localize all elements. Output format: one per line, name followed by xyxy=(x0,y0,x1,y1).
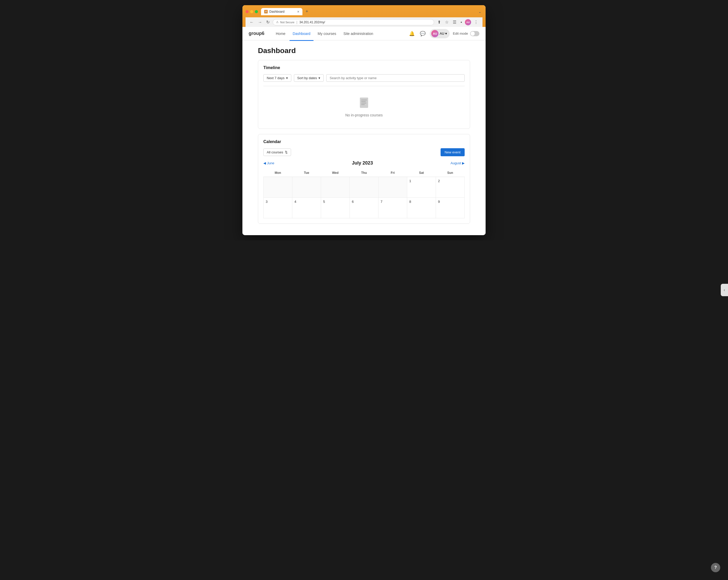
calendar-day-0-6[interactable]: 2 xyxy=(436,177,465,197)
user-menu[interactable]: AU AU ▾ xyxy=(430,29,450,38)
traffic-lights xyxy=(245,10,258,13)
nav-my-courses[interactable]: My courses xyxy=(315,29,339,38)
next-days-label: Next 7 days xyxy=(267,76,285,80)
current-month-year: July 2023 xyxy=(352,160,373,166)
active-tab[interactable]: 🏠 Dashboard × xyxy=(261,8,303,15)
calendar-body: 123456789 xyxy=(264,177,465,218)
calendar-day-1-6[interactable]: 9 xyxy=(436,197,465,218)
no-courses-icon xyxy=(357,96,371,110)
main-content: Dashboard Timeline Next 7 days ▾ Sort by… xyxy=(242,41,486,235)
calendar-week-1: 3456789 xyxy=(264,197,465,218)
not-secure-icon: ⚠ xyxy=(276,21,279,24)
activity-search-input[interactable] xyxy=(326,74,465,82)
sidebar-button[interactable]: ▪ xyxy=(459,19,463,25)
all-courses-icon: ⇅ xyxy=(285,150,288,154)
calendar-day-0-4 xyxy=(379,177,407,197)
tab-close-button[interactable]: × xyxy=(297,9,299,14)
window-controls-icon: ⌄ xyxy=(478,9,483,14)
timeline-card: Timeline Next 7 days ▾ Sort by dates ▾ xyxy=(258,60,470,129)
calendar-day-0-3 xyxy=(350,177,379,197)
reload-button[interactable]: ↻ xyxy=(265,19,270,25)
messages-button[interactable]: 💬 xyxy=(419,30,426,37)
calendar-nav: ◀ June July 2023 August ▶ xyxy=(263,160,465,166)
calendar-day-0-0 xyxy=(264,177,292,197)
notifications-button[interactable]: 🔔 xyxy=(408,30,416,37)
address-bar[interactable]: ⚠ Not Secure | 34.201.41.202/my/ xyxy=(273,19,434,25)
day-header-sun: Sun xyxy=(436,169,465,177)
svg-rect-1 xyxy=(361,100,367,100)
browser-toolbar: ← → ↻ ⚠ Not Secure | 34.201.41.202/my/ ⬆… xyxy=(245,17,483,27)
day-header-thu: Thu xyxy=(350,169,379,177)
calendar-day-1-5[interactable]: 8 xyxy=(407,197,436,218)
day-header-fri: Fri xyxy=(379,169,407,177)
user-initials: AU xyxy=(440,31,444,35)
day-header-sat: Sat xyxy=(407,169,436,177)
nav-dashboard[interactable]: Dashboard xyxy=(289,29,314,38)
address-separator: | xyxy=(296,21,297,24)
nav-home[interactable]: Home xyxy=(273,29,288,38)
svg-rect-3 xyxy=(361,103,366,104)
bookmark-button[interactable]: ☆ xyxy=(444,19,450,25)
minimize-traffic-light[interactable] xyxy=(250,10,253,13)
prev-month-label: June xyxy=(267,161,274,165)
browser-controls: 🏠 Dashboard × + ⌄ xyxy=(245,8,483,15)
edit-mode-area: Edit mode xyxy=(453,31,479,36)
top-nav: group6 Home Dashboard My courses Site ad… xyxy=(242,27,486,41)
toggle-knob xyxy=(471,31,475,36)
page-content: group6 Home Dashboard My courses Site ad… xyxy=(242,27,486,235)
calendar-day-0-2 xyxy=(321,177,350,197)
back-button[interactable]: ← xyxy=(249,19,255,25)
calendar-title: Calendar xyxy=(263,139,465,144)
share-button[interactable]: ⬆ xyxy=(436,19,442,25)
tab-favicon-icon: 🏠 xyxy=(264,10,268,14)
timeline-controls: Next 7 days ▾ Sort by dates ▾ xyxy=(263,74,465,82)
sort-dropdown[interactable]: Sort by dates ▾ xyxy=(294,74,324,82)
site-brand[interactable]: group6 xyxy=(249,31,264,36)
no-courses-text: No in-progress courses xyxy=(345,113,383,117)
timeline-title: Timeline xyxy=(263,65,465,70)
tab-title: Dashboard xyxy=(269,10,285,14)
edit-mode-toggle[interactable] xyxy=(470,31,479,36)
day-header-wed: Wed xyxy=(321,169,350,177)
user-menu-chevron: ▾ xyxy=(445,31,447,35)
nav-site-admin[interactable]: Site administration xyxy=(340,29,376,38)
sort-chevron: ▾ xyxy=(318,76,320,80)
forward-button[interactable]: → xyxy=(257,19,263,25)
sort-label: Sort by dates xyxy=(297,76,317,80)
browser-user-avatar[interactable]: AU xyxy=(465,19,471,25)
day-header-tue: Tue xyxy=(292,169,321,177)
menu-button[interactable]: ⋮ xyxy=(473,19,479,25)
maximize-traffic-light[interactable] xyxy=(255,10,258,13)
not-secure-label: Not Secure xyxy=(280,21,294,24)
next-month-arrow: ▶ xyxy=(462,161,465,165)
day-header-mon: Mon xyxy=(264,169,292,177)
calendar-day-1-3[interactable]: 6 xyxy=(350,197,379,218)
browser-titlebar: 🏠 Dashboard × + ⌄ ← → ↻ ⚠ Not Secure | 3… xyxy=(242,5,486,27)
calendar-header-row: Mon Tue Wed Thu Fri Sat Sun xyxy=(264,169,465,177)
svg-rect-4 xyxy=(361,104,365,105)
new-event-button[interactable]: New event xyxy=(441,148,465,156)
next-days-chevron: ▾ xyxy=(286,76,288,80)
extensions-button[interactable]: ☰ xyxy=(451,19,458,25)
calendar-header: All courses ⇅ New event xyxy=(263,148,465,156)
browser-window: 🏠 Dashboard × + ⌄ ← → ↻ ⚠ Not Secure | 3… xyxy=(242,5,486,235)
calendar-table: Mon Tue Wed Thu Fri Sat Sun 123456789 xyxy=(263,169,465,218)
prev-month-link[interactable]: ◀ June xyxy=(263,161,274,165)
tab-bar: 🏠 Dashboard × + xyxy=(261,8,476,15)
calendar-day-0-5[interactable]: 1 xyxy=(407,177,436,197)
calendar-day-1-4[interactable]: 7 xyxy=(379,197,407,218)
next-days-dropdown[interactable]: Next 7 days ▾ xyxy=(263,74,291,82)
calendar-day-1-1[interactable]: 4 xyxy=(292,197,321,218)
calendar-day-1-0[interactable]: 3 xyxy=(264,197,292,218)
svg-rect-2 xyxy=(361,101,366,102)
page-title: Dashboard xyxy=(258,47,470,55)
calendar-day-1-2[interactable]: 5 xyxy=(321,197,350,218)
nav-links: Home Dashboard My courses Site administr… xyxy=(273,29,402,38)
next-month-link[interactable]: August ▶ xyxy=(451,161,465,165)
calendar-card: Calendar All courses ⇅ New event ◀ June … xyxy=(258,134,470,224)
calendar-week-0: 12 xyxy=(264,177,465,197)
all-courses-dropdown[interactable]: All courses ⇅ xyxy=(263,149,291,156)
close-traffic-light[interactable] xyxy=(245,10,249,13)
nav-right: 🔔 💬 AU AU ▾ Edit mode xyxy=(408,29,479,38)
new-tab-button[interactable]: + xyxy=(304,8,310,15)
